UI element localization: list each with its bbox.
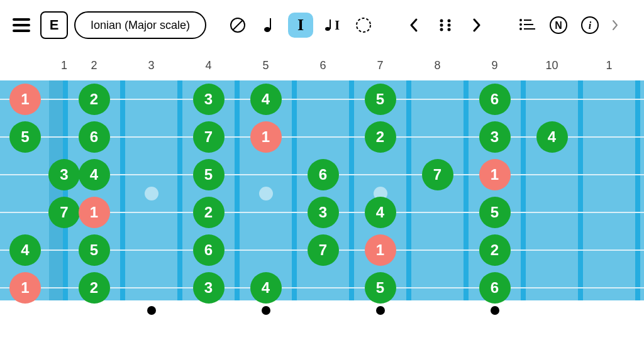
note[interactable]: 5: [479, 197, 511, 228]
note[interactable]: 6: [79, 121, 110, 153]
fret-number: 8: [434, 59, 440, 72]
scale-selector[interactable]: Ionian (Major scale): [74, 11, 206, 39]
svg-rect-14: [524, 19, 531, 21]
positions-icon[interactable]: [433, 13, 458, 38]
note[interactable]: 2: [79, 84, 110, 115]
fret-line: [464, 80, 469, 300]
hamburger-icon: [13, 18, 30, 32]
selection-icon[interactable]: [351, 13, 376, 38]
note[interactable]: 6: [308, 159, 339, 190]
note[interactable]: 5: [365, 272, 396, 304]
svg-text:i: i: [589, 20, 592, 31]
note[interactable]: 3: [193, 84, 225, 115]
note-root[interactable]: 1: [479, 159, 511, 190]
note-root[interactable]: 1: [9, 84, 41, 115]
note[interactable]: 4: [250, 272, 282, 304]
fret-number: 2: [91, 59, 97, 72]
next-icon[interactable]: [464, 13, 489, 38]
clear-icon[interactable]: [225, 13, 250, 38]
fret-line: [177, 80, 182, 300]
note-root[interactable]: 1: [365, 234, 396, 266]
note-names-icon[interactable]: [257, 13, 282, 38]
note[interactable]: 2: [365, 121, 396, 153]
more-icon[interactable]: [609, 13, 621, 38]
fret-line: [578, 80, 583, 300]
nut: [49, 80, 63, 300]
note-interval-icon[interactable]: I: [319, 13, 345, 38]
note[interactable]: 6: [193, 234, 225, 266]
fret-marker-dot: [147, 306, 156, 315]
prev-icon[interactable]: [401, 13, 426, 38]
note[interactable]: 4: [9, 234, 41, 266]
note[interactable]: 4: [365, 197, 396, 228]
note[interactable]: 5: [365, 84, 396, 115]
fret-line: [235, 80, 240, 300]
svg-rect-5: [330, 19, 331, 29]
note[interactable]: 3: [308, 197, 339, 228]
note[interactable]: 3: [479, 121, 511, 153]
svg-point-8: [448, 19, 451, 23]
fret-line: [63, 80, 68, 300]
note[interactable]: 3: [48, 159, 80, 190]
note[interactable]: 6: [479, 272, 511, 304]
svg-text:N: N: [555, 20, 562, 31]
svg-point-4: [325, 27, 330, 31]
fret-marker-dot: [262, 306, 270, 315]
note[interactable]: 2: [193, 197, 225, 228]
svg-point-2: [264, 27, 270, 32]
note[interactable]: 4: [79, 159, 110, 190]
fret-number: 3: [148, 59, 154, 72]
key-selector[interactable]: E: [40, 11, 68, 39]
svg-line-1: [233, 20, 243, 30]
fret-line: [349, 80, 354, 300]
note[interactable]: 7: [308, 234, 339, 266]
svg-point-12: [448, 28, 451, 31]
note-root[interactable]: 1: [9, 272, 41, 304]
fretboard-inlay: [259, 187, 273, 200]
svg-point-6: [357, 18, 370, 32]
menu-button[interactable]: [9, 13, 34, 38]
fret-number: 1: [61, 59, 67, 72]
fret-number: 1: [606, 59, 612, 72]
svg-rect-3: [270, 18, 271, 30]
note[interactable]: 4: [250, 84, 282, 115]
fret-number: 4: [205, 59, 211, 72]
note-root[interactable]: 1: [79, 197, 110, 228]
svg-point-10: [448, 24, 451, 27]
svg-point-7: [440, 19, 443, 23]
svg-point-15: [519, 23, 522, 26]
fret-line: [635, 80, 640, 300]
fret-line: [521, 80, 526, 300]
fret-number: 5: [262, 59, 269, 72]
fret-marker-dot: [376, 306, 385, 315]
fret-marker-dot: [491, 306, 499, 315]
svg-point-17: [519, 28, 522, 30]
note[interactable]: 7: [193, 121, 225, 153]
list-icon[interactable]: [514, 13, 540, 38]
note[interactable]: 4: [536, 121, 568, 153]
fretboard-inlay: [145, 187, 158, 200]
note[interactable]: 3: [193, 272, 225, 304]
note[interactable]: 7: [422, 159, 453, 190]
note[interactable]: 7: [48, 197, 80, 228]
note[interactable]: 5: [9, 121, 41, 153]
fretboard-surface[interactable]: 1541372641523752634146375241576315264: [0, 80, 644, 300]
info-icon[interactable]: i: [577, 13, 602, 38]
fret-number: 10: [545, 59, 558, 72]
note[interactable]: 6: [479, 84, 511, 115]
svg-point-13: [519, 19, 522, 21]
notation-icon[interactable]: N: [546, 13, 571, 38]
note[interactable]: 2: [479, 234, 511, 266]
note[interactable]: 5: [79, 234, 110, 266]
fretboard[interactable]: 123456789101 154137264152375263414637524…: [0, 55, 644, 319]
intervals-icon[interactable]: I: [288, 13, 313, 38]
note-root[interactable]: 1: [250, 121, 282, 153]
note[interactable]: 5: [193, 159, 225, 190]
fret-number: 6: [319, 59, 326, 72]
fret-number: 9: [491, 59, 497, 72]
fret-number: 7: [377, 59, 383, 72]
svg-point-9: [440, 24, 443, 27]
note[interactable]: 2: [79, 272, 110, 304]
toolbar: E Ionian (Major scale) I I N: [0, 0, 644, 50]
svg-rect-16: [524, 24, 533, 25]
